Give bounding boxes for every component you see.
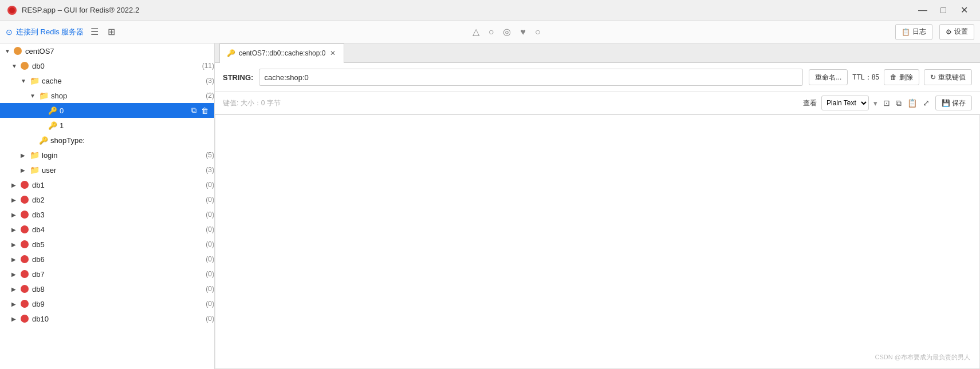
icon-btn-row: ⊡ ⧉ 📋 ⤢: [882, 97, 931, 109]
sidebar-item-db5[interactable]: ▶ db5 (0): [0, 237, 214, 252]
item-count: (3): [206, 77, 214, 85]
copy-key-button[interactable]: ⧉: [190, 106, 198, 115]
expand-arrow: ▶: [11, 286, 18, 292]
delete-key-button[interactable]: 🗑: [200, 106, 210, 115]
save-button[interactable]: 💾 保存: [935, 96, 972, 110]
window-controls: — □ ✕: [914, 2, 973, 18]
sidebar-item-user[interactable]: ▶ 📁 user (3): [0, 162, 214, 177]
expand-arrow: ▶: [11, 316, 18, 322]
sidebar-item-key0[interactable]: 🔑 0 ⧉ 🗑: [0, 103, 214, 118]
sidebar-item-label: db4: [32, 225, 204, 234]
tab-title: centOS7::db0::cache:shop:0: [239, 49, 325, 57]
telegram-icon[interactable]: ◎: [503, 26, 511, 37]
sidebar-item-label: 1: [60, 121, 214, 130]
sidebar-item-db0[interactable]: ▼ db0 (11): [0, 58, 214, 73]
delete-button[interactable]: 🗑 删除: [884, 69, 919, 85]
menu-icon-button[interactable]: ☰: [88, 25, 101, 38]
server-icon: [14, 47, 22, 55]
format-select[interactable]: Plain Text JSON HEX Binary: [821, 96, 869, 110]
toolbar-center: △ ○ ◎ ♥ ○: [122, 26, 891, 37]
folder-icon: 📁: [30, 76, 40, 85]
maximize-button[interactable]: □: [934, 2, 953, 18]
sidebar-item-label: 0: [60, 106, 190, 115]
tab-close-button[interactable]: ✕: [329, 49, 337, 57]
expand-button[interactable]: ⤢: [922, 97, 931, 109]
expand-arrow: ▶: [11, 301, 18, 307]
log-icon: 📋: [902, 28, 910, 36]
help-icon[interactable]: ○: [489, 27, 494, 37]
main-panel: 🔑 centOS7::db0::cache:shop:0 ✕ STRING: 重…: [215, 43, 980, 369]
delete-icon: 🗑: [890, 73, 897, 81]
folder-icon: 📁: [39, 91, 49, 100]
expand-arrow: ▶: [21, 167, 27, 173]
db-icon: [21, 62, 29, 70]
db-icon: [21, 315, 29, 323]
item-count: (5): [206, 151, 214, 159]
sidebar-item-key1[interactable]: 🔑 1: [0, 118, 214, 133]
wrap-button[interactable]: ⊡: [882, 97, 891, 109]
connect-button[interactable]: ⊙ 连接到 Redis 服务器: [6, 27, 84, 37]
sidebar-item-db8[interactable]: ▶ db8 (0): [0, 281, 214, 296]
editor-area[interactable]: CSDN @布布要成为最负责的男人: [215, 114, 980, 369]
sidebar-item-label: db1: [32, 181, 204, 189]
sidebar-item-db10[interactable]: ▶ db10 (0): [0, 311, 214, 326]
ttl-prefix: TTL：: [852, 73, 871, 81]
sidebar-item-shoptype[interactable]: 🔑 shopType:: [0, 133, 214, 148]
log-label: 日志: [912, 27, 926, 37]
db-icon: [21, 285, 29, 293]
key-icon: 🔑: [39, 136, 48, 145]
key-detail-area: STRING: 重命名... TTL：85 🗑 删除 ↻ 重: [215, 63, 980, 92]
db-icon: [21, 255, 29, 263]
expand-arrow: ▼: [11, 63, 18, 69]
minimize-button[interactable]: —: [914, 2, 932, 18]
github-icon[interactable]: ○: [535, 27, 541, 37]
reload-label: 重载键值: [938, 73, 966, 82]
copy-value-button[interactable]: ⧉: [895, 97, 903, 109]
sidebar-item-db1[interactable]: ▶ db1 (0): [0, 177, 214, 192]
sidebar-item-db3[interactable]: ▶ db3 (0): [0, 207, 214, 222]
layout-icon-button[interactable]: ⊞: [105, 25, 117, 38]
expand-arrow: ▶: [11, 197, 18, 203]
sidebar-item-shop[interactable]: ▼ 📁 shop (2): [0, 88, 214, 103]
sidebar-item-db2[interactable]: ▶ db2 (0): [0, 192, 214, 207]
expand-arrow: ▶: [21, 152, 27, 158]
sidebar-item-label: db10: [32, 315, 204, 323]
reload-button[interactable]: ↻ 重载键值: [924, 69, 972, 85]
expand-arrow: ▶: [11, 182, 18, 188]
sidebar-item-cache[interactable]: ▼ 📁 cache (3): [0, 73, 214, 88]
sidebar-item-label: db7: [32, 270, 204, 279]
close-button[interactable]: ✕: [955, 2, 973, 18]
tab-key-icon: 🔑: [227, 49, 235, 57]
item-count: (0): [206, 315, 214, 323]
delete-label: 删除: [899, 73, 913, 82]
settings-button[interactable]: ⚙ 设置: [939, 24, 974, 40]
sidebar: ▼ centOS7 ▼ db0 (11) ▼ 📁 cache (3) ▼: [0, 43, 215, 369]
sidebar-item-db9[interactable]: ▶ db9 (0): [0, 296, 214, 311]
sidebar-item-db7[interactable]: ▶ db7 (0): [0, 267, 214, 281]
sidebar-item-login[interactable]: ▶ 📁 login (5): [0, 148, 214, 162]
item-count: (0): [206, 255, 214, 263]
item-count: (0): [206, 225, 214, 233]
save-icon: 💾: [942, 99, 950, 107]
rename-button[interactable]: 重命名...: [809, 69, 848, 85]
warning-icon[interactable]: △: [473, 26, 479, 37]
watermark: CSDN @布布要成为最负责的男人: [875, 353, 970, 362]
db-icon: [21, 300, 29, 308]
sidebar-item-db4[interactable]: ▶ db4 (0): [0, 222, 214, 237]
sidebar-item-db6[interactable]: ▶ db6 (0): [0, 252, 214, 267]
key-name-input[interactable]: [259, 69, 803, 86]
item-count: (0): [206, 270, 214, 278]
sidebar-item-label: db2: [32, 196, 204, 204]
active-tab[interactable]: 🔑 centOS7::db0::cache:shop:0 ✕: [219, 43, 344, 63]
twitter-icon[interactable]: ♥: [520, 27, 526, 37]
log-button[interactable]: 📋 日志: [895, 24, 932, 40]
toolbar-right: 📋 日志 ⚙ 设置: [895, 24, 974, 40]
sidebar-item-centos7[interactable]: ▼ centOS7: [0, 43, 214, 58]
item-count: (11): [202, 62, 214, 70]
svg-point-1: [9, 7, 15, 13]
content: ▼ centOS7 ▼ db0 (11) ▼ 📁 cache (3) ▼: [0, 43, 980, 369]
key-detail-row: STRING: 重命名... TTL：85 🗑 删除 ↻ 重: [223, 69, 972, 86]
paste-button[interactable]: 📋: [906, 97, 918, 109]
expand-arrow: ▶: [11, 212, 18, 218]
item-count: (0): [206, 240, 214, 248]
